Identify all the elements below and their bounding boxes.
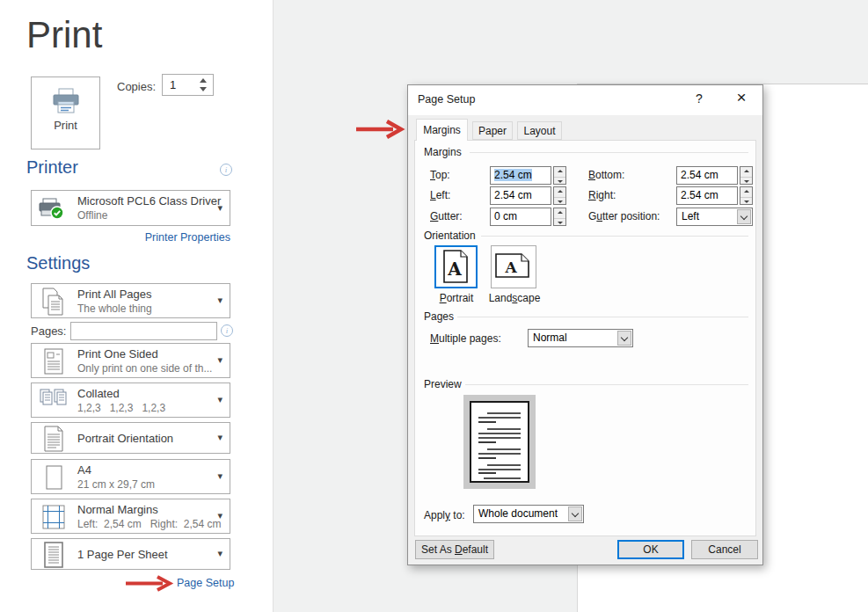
left-margin-field[interactable]: 2.54 cm	[490, 186, 551, 205]
bottom-margin-label: Bottom:	[588, 169, 624, 181]
page-setup-dialog: Page Setup ? × Margins Paper Layout Marg…	[407, 84, 763, 565]
top-margin-label: Top:	[430, 169, 450, 181]
setting-paper-size-dropdown[interactable]: A4 21 cm x 29,7 cm ▾	[31, 459, 230, 494]
gutter-label: Gutter:	[430, 210, 463, 222]
orientation-group-label: Orientation	[424, 230, 476, 242]
page-title: Print	[26, 14, 102, 56]
dialog-title: Page Setup	[418, 93, 475, 106]
print-button[interactable]: Print	[31, 76, 100, 149]
dropdown-caret-icon: ▾	[217, 510, 222, 521]
portrait-option-button[interactable]: A	[434, 245, 478, 288]
setting-margins-dropdown[interactable]: Normal Margins Left: 2,54 cm Right: 2,54…	[31, 499, 230, 534]
dropdown-caret-icon: ▾	[217, 201, 222, 213]
setting-pages-per-sheet-dropdown[interactable]: 1 Page Per Sheet ▾	[31, 538, 230, 570]
group-divider	[457, 317, 748, 317]
print-settings-panel: Print Print Copies: 1 Printer i	[0, 0, 273, 612]
copies-label: Copies:	[117, 80, 156, 93]
copies-decrement-icon[interactable]	[200, 87, 207, 91]
multiple-pages-dropdown[interactable]: Normal	[528, 329, 633, 347]
dialog-title-bar[interactable]: Page Setup ? ×	[408, 85, 762, 115]
page-setup-link[interactable]: Page Setup	[177, 577, 234, 589]
group-divider	[465, 384, 748, 385]
gutter-field[interactable]: 0 cm	[490, 208, 551, 226]
printer-selector-dropdown[interactable]: Microsoft PCL6 Class Driver Offline ▾	[31, 190, 230, 226]
bottom-margin-spinner[interactable]	[740, 166, 753, 185]
printer-icon	[50, 88, 82, 115]
pages-per-sheet-icon	[38, 541, 69, 573]
paper-size-icon	[38, 463, 69, 496]
tab-margins[interactable]: Margins	[416, 119, 468, 141]
pages-range-input[interactable]	[70, 322, 217, 340]
chevron-down-icon[interactable]	[568, 506, 582, 521]
copies-value: 1	[170, 78, 176, 91]
printer-info-icon[interactable]: i	[220, 164, 232, 176]
chevron-down-icon[interactable]	[737, 209, 751, 224]
dropdown-caret-icon: ▾	[217, 470, 222, 482]
right-margin-spinner[interactable]	[740, 186, 753, 205]
dropdown-caret-icon: ▾	[217, 548, 222, 559]
print-button-label: Print	[32, 119, 99, 132]
printer-section-heading: Printer	[26, 157, 78, 178]
printer-properties-link[interactable]: Printer Properties	[31, 231, 230, 244]
dropdown-caret-icon: ▾	[217, 394, 222, 405]
portrait-label: Portrait	[426, 292, 487, 304]
dropdown-caret-icon: ▾	[217, 432, 222, 443]
word-backstage-print-screen: Print Print Copies: 1 Printer i	[0, 0, 868, 612]
pages-label: Pages:	[31, 324, 66, 338]
settings-section-heading: Settings	[26, 253, 90, 273]
cancel-button[interactable]: Cancel	[691, 540, 758, 559]
printer-name: Microsoft PCL6 Class Driver	[77, 194, 221, 208]
right-margin-field[interactable]: 2.54 cm	[676, 186, 738, 205]
copies-stepper[interactable]: 1	[162, 74, 214, 96]
left-margin-label: Left:	[430, 189, 450, 201]
multiple-pages-label: Multiple pages:	[430, 332, 501, 345]
group-divider	[481, 236, 748, 237]
portrait-page-icon: A	[436, 247, 475, 286]
portrait-orientation-icon	[38, 425, 69, 457]
group-divider	[470, 152, 748, 153]
setting-collation-dropdown[interactable]: Collated 1,2,3 1,2,3 1,2,3 ▾	[31, 382, 230, 418]
print-one-sided-icon	[38, 347, 69, 380]
setting-duplex-dropdown[interactable]: Print One Sided Only print on one side o…	[31, 343, 230, 378]
apply-to-label: Apply to:	[424, 509, 465, 521]
top-margin-field[interactable]: 2.54 cm	[490, 166, 551, 185]
ok-button[interactable]: OK	[617, 540, 684, 559]
preview-page-mat	[463, 395, 536, 489]
margins-group-label: Margins	[424, 146, 462, 158]
svg-text:A: A	[447, 259, 462, 280]
pages-group-label: Pages	[424, 310, 454, 323]
copies-increment-icon[interactable]	[200, 78, 207, 83]
dropdown-caret-icon: ▾	[217, 354, 222, 366]
margins-tab-page: Margins Top: 2.54 cm Bottom: 2.54 cm Lef…	[414, 140, 756, 536]
dropdown-caret-icon: ▾	[217, 295, 222, 306]
top-margin-spinner[interactable]	[553, 166, 566, 185]
svg-text:A: A	[504, 259, 517, 276]
pages-info-icon[interactable]: i	[221, 324, 233, 337]
setting-print-range-dropdown[interactable]: Print All Pages The whole thing ▾	[31, 283, 230, 318]
red-arrow-to-page-setup-link	[124, 575, 174, 592]
margins-icon	[38, 503, 69, 536]
help-icon[interactable]: ?	[691, 91, 707, 106]
red-arrow-to-margins-tab	[354, 120, 405, 139]
tab-paper[interactable]: Paper	[472, 121, 513, 140]
preview-group-label: Preview	[424, 378, 462, 390]
left-margin-spinner[interactable]	[553, 186, 566, 205]
print-all-pages-icon	[38, 288, 69, 320]
right-margin-label: Right:	[588, 189, 616, 201]
tab-layout[interactable]: Layout	[517, 121, 562, 140]
printer-status-icon	[38, 197, 66, 222]
selected-text: 2.54 cm	[494, 169, 532, 181]
collated-icon	[38, 387, 69, 419]
gutter-position-dropdown[interactable]: Left	[676, 208, 753, 226]
chevron-down-icon[interactable]	[617, 331, 631, 346]
preview-page-thumbnail	[470, 401, 529, 483]
close-icon[interactable]: ×	[731, 88, 752, 107]
landscape-page-icon: A	[492, 246, 534, 285]
apply-to-dropdown[interactable]: Whole document	[473, 505, 584, 523]
printer-status: Offline	[77, 209, 107, 222]
setting-orientation-dropdown[interactable]: Portrait Orientation ▾	[31, 422, 230, 454]
landscape-option-button[interactable]: A	[491, 245, 536, 288]
set-as-default-button[interactable]: Set As Default	[415, 540, 494, 559]
gutter-spinner[interactable]	[553, 208, 566, 226]
bottom-margin-field[interactable]: 2.54 cm	[676, 166, 738, 185]
